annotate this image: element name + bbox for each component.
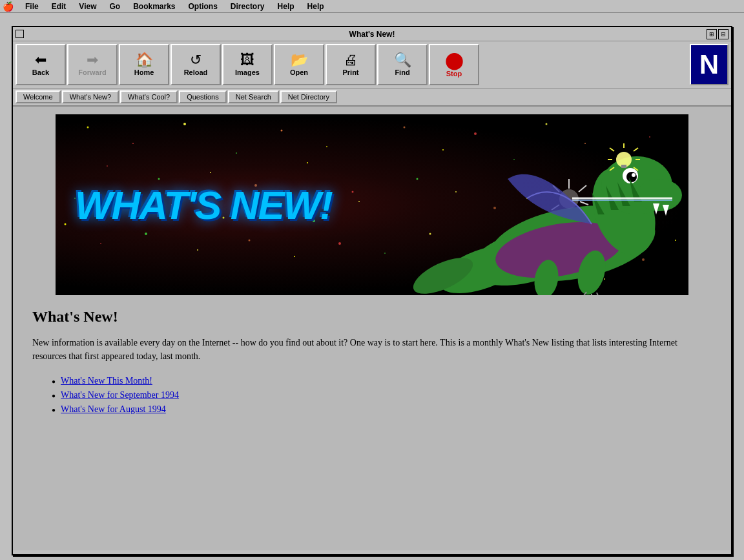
apple-menu[interactable]: 🍎 <box>3 1 14 12</box>
forward-label: Forward <box>78 68 106 76</box>
bookmark-net-search[interactable]: Net Search <box>228 90 279 103</box>
menu-bookmarks[interactable]: Bookmarks <box>129 1 179 12</box>
menu-help-2[interactable]: Help <box>304 1 328 12</box>
find-label: Find <box>395 68 409 76</box>
images-icon: 🖼 <box>240 53 254 67</box>
window-minimize-button[interactable]: ⊟ <box>718 29 728 39</box>
svg-line-77 <box>579 185 586 192</box>
bookmark-whats-new[interactable]: What's New? <box>62 90 119 103</box>
back-label: Back <box>32 68 49 76</box>
menu-go[interactable]: Go <box>105 1 124 12</box>
print-button[interactable]: 🖨 Print <box>326 44 376 85</box>
list-item: What's New This Month! <box>52 376 712 386</box>
back-icon: ⬅ <box>35 53 46 67</box>
bookmark-welcome[interactable]: Welcome <box>16 90 61 103</box>
banner-image: WHAT'S NEW! <box>56 114 688 295</box>
list-item: What's New for September 1994 <box>52 390 712 400</box>
svg-point-4 <box>281 130 283 132</box>
menu-file[interactable]: File <box>21 1 43 12</box>
svg-point-8 <box>210 172 211 173</box>
window-zoom-button[interactable]: ⊞ <box>707 29 717 39</box>
link-whats-new-september[interactable]: What's New for September 1994 <box>61 390 179 400</box>
dragon-illustration <box>301 114 688 295</box>
images-label: Images <box>235 68 260 76</box>
svg-point-36 <box>100 243 101 244</box>
bookmarkbar: Welcome What's New? What's Cool? Questio… <box>13 88 731 107</box>
svg-point-3 <box>236 152 237 154</box>
link-whats-new-august[interactable]: What's New for August 1994 <box>61 404 166 415</box>
titlebar: What's New! ⊞ ⊟ <box>13 27 731 41</box>
home-label: Home <box>134 68 154 76</box>
svg-point-39 <box>249 240 251 242</box>
forward-button[interactable]: ➡ Forward <box>67 44 118 85</box>
menu-directory[interactable]: Directory <box>227 1 269 12</box>
stop-icon: ⬤ <box>445 52 464 68</box>
svg-line-72 <box>597 293 599 295</box>
svg-line-84 <box>634 148 638 151</box>
bookmark-net-directory[interactable]: Net Directory <box>280 90 337 103</box>
netscape-n-letter: N <box>699 49 719 80</box>
svg-point-6 <box>107 165 108 167</box>
svg-point-2 <box>183 123 186 125</box>
titlebar-controls: ⊞ ⊟ <box>707 29 728 39</box>
menubar: 🍎 File Edit View Go Bookmarks Options Di… <box>0 0 744 13</box>
back-button[interactable]: ⬅ Back <box>16 44 66 85</box>
toolbar: ⬅ Back ➡ Forward 🏠 Home ↺ Reload 🖼 Image… <box>13 41 731 88</box>
forward-icon: ➡ <box>87 53 98 67</box>
reload-button[interactable]: ↺ Reload <box>170 44 221 85</box>
home-button[interactable]: 🏠 Home <box>119 44 169 85</box>
svg-point-0 <box>87 127 89 129</box>
svg-point-61 <box>632 173 636 177</box>
window-title: What's New! <box>349 30 395 39</box>
open-label: Open <box>290 68 308 76</box>
menu-help-1[interactable]: Help <box>274 1 298 12</box>
list-item: What's New for August 1994 <box>52 404 712 415</box>
print-icon: 🖨 <box>344 53 358 67</box>
svg-point-40 <box>294 256 295 257</box>
svg-point-37 <box>145 233 147 235</box>
svg-line-78 <box>580 202 588 205</box>
svg-point-60 <box>626 172 637 182</box>
reload-icon: ↺ <box>190 53 202 67</box>
link-whats-new-month[interactable]: What's New This Month! <box>61 376 152 386</box>
open-button[interactable]: 📂 Open <box>274 44 324 85</box>
stop-button[interactable]: ⬤ Stop <box>429 44 479 85</box>
browser-window: What's New! ⊞ ⊟ ⬅ Back ➡ Forward 🏠 Home … <box>12 26 732 555</box>
images-button[interactable]: 🖼 Images <box>222 44 273 85</box>
open-icon: 📂 <box>291 53 308 67</box>
svg-point-35 <box>65 223 67 225</box>
page-content: What's New! New information is available… <box>13 295 731 431</box>
find-icon: 🔍 <box>394 53 411 67</box>
menu-view[interactable]: View <box>75 1 100 12</box>
svg-point-1 <box>132 143 134 144</box>
find-button[interactable]: 🔍 Find <box>377 44 428 85</box>
svg-point-38 <box>197 249 198 251</box>
svg-point-7 <box>158 178 160 180</box>
window-close-button[interactable] <box>16 30 24 38</box>
menu-options[interactable]: Options <box>185 1 222 12</box>
print-label: Print <box>342 68 358 76</box>
svg-point-58 <box>637 179 682 211</box>
reload-label: Reload <box>184 68 208 76</box>
svg-line-87 <box>610 148 614 151</box>
bookmark-whats-cool[interactable]: What's Cool? <box>120 90 178 103</box>
menu-edit[interactable]: Edit <box>48 1 70 12</box>
bookmark-questions[interactable]: Questions <box>179 90 227 103</box>
svg-rect-82 <box>621 165 626 168</box>
stop-label: Stop <box>446 70 462 78</box>
page-title: What's New! <box>32 308 712 326</box>
home-icon: 🏠 <box>136 53 153 67</box>
content-area: WHAT'S NEW! <box>13 107 731 550</box>
netscape-logo: N <box>690 44 728 85</box>
page-body-text: New information is available every day o… <box>32 336 678 363</box>
page-links-list: What's New This Month! What's New for Se… <box>52 376 712 415</box>
banner-title-text: WHAT'S NEW! <box>75 182 332 228</box>
